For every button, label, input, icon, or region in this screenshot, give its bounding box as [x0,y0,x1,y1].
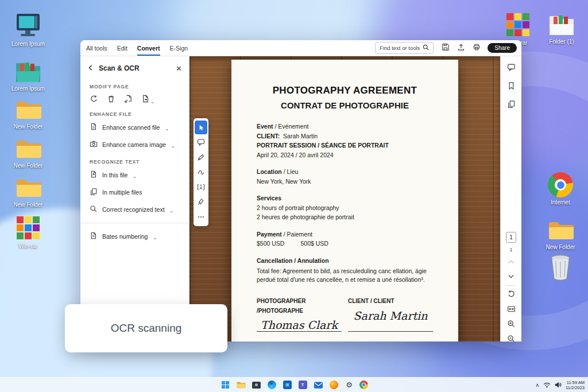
desktop-icon-recycle-bin[interactable] [542,254,579,281]
acrobat-window: All tools Edit Convert E-Sign Find text … [80,40,521,341]
modify-page-tools: ⌄ [80,91,189,106]
start-button[interactable] [220,380,230,390]
doc-line-session: PORTRAIT SESSION / SÉANCE DE PORTRAIT [257,141,433,150]
close-icon[interactable]: ✕ [176,64,182,73]
desktop-icon-label: New Folder [13,201,42,208]
taskbar-teams[interactable]: T [297,380,308,390]
section-heading-modify: MODIFY PAGE [80,78,189,91]
edge-icon [268,381,276,389]
page-number-input[interactable]: 1 [506,232,516,243]
doc-line-payment-value: $500 USD500$ USD [257,239,433,249]
desktop-icon-lorem-ipsum-folder[interactable]: Lorem Ipsum [10,59,47,92]
bates-numbering-icon [90,232,98,241]
desktop-icon-new-folder-right[interactable]: New Folder [542,218,579,251]
doc-line-client: CLIENT: Sarah Martin [257,131,433,141]
save-icon[interactable] [442,43,450,53]
computer-icon [14,13,42,39]
taskbar-center-icons: ⊞ T ⚙ [220,380,368,390]
taskbar-clock[interactable]: 11:59 AM 11/2/2023 [566,380,585,390]
insert-page-icon[interactable] [124,95,133,103]
taskbar-chrome[interactable] [359,381,368,389]
doc-text: $500 USD [257,240,284,247]
taskbar-file-explorer[interactable] [235,380,246,390]
dropdown-caret-icon: ⌄ [170,208,174,214]
next-page-icon[interactable] [508,271,514,281]
dropdown-caret-icon: ⌄ [165,126,169,131]
rail-divider [506,285,516,286]
dropdown-caret-icon: ⌄ [153,235,157,240]
extract-page-icon[interactable]: ⌄ [141,95,154,103]
section-heading-enhance: ENHANCE FILE [80,106,189,119]
draw-tool-button[interactable] [195,165,207,179]
desktop-icon-new-folder-1[interactable]: New Folder [10,98,47,130]
pages-panel-icon[interactable] [507,100,516,111]
document-viewport[interactable]: PHOTOGRAPHY AGREEMENT CONTRAT DE PHOTOGR… [189,56,500,341]
rotate-view-icon[interactable] [507,290,516,301]
back-icon[interactable] [87,63,94,73]
folder-icon [14,137,42,161]
taskbar: ⊞ T ⚙ ∧ 11:59 AM 11/2/2023 [0,377,588,392]
recognize-text-tool-button[interactable]: A [195,180,207,194]
volume-icon[interactable] [555,380,562,390]
folder-icon [547,218,574,242]
zoom-in-icon[interactable] [507,320,516,331]
doc-body: Event / Evénement CLIENT: Sarah Martin P… [231,110,458,332]
wifi-icon[interactable] [543,380,551,390]
quick-tools-toolbar: A [194,118,208,226]
select-tool-button[interactable] [195,121,207,134]
bates-numbering-item[interactable]: Bates numbering ⌄ [80,228,189,245]
magnifier-icon [90,205,98,214]
tab-esign[interactable]: E-Sign [170,40,188,56]
folder-icon [14,98,42,122]
enhance-scanned-file-item[interactable]: Enhance scanned file ⌄ [80,119,189,136]
print-icon[interactable] [473,43,481,53]
taskbar-edge[interactable] [266,380,277,390]
taskbar-store[interactable]: ⊞ [282,380,292,390]
taskbar-settings[interactable]: ⚙ [344,380,354,390]
upload-cloud-icon[interactable] [457,43,465,53]
doc-text: Location [257,168,282,175]
sign-tool-button[interactable] [195,195,207,209]
doc-line-event: Event / Evénement [257,122,433,131]
tab-all-tools[interactable]: All tools [86,40,107,56]
signature-row: PHOTOGRAPHER /PHOTOGRAPHE Thomas Clark C… [257,297,433,332]
highlighter-tool-button[interactable] [195,150,207,164]
more-tools-button[interactable] [195,210,207,224]
enhance-camera-image-item[interactable]: Enhance camera image ⌄ [80,136,189,153]
correct-recognized-text-item[interactable]: Correct recognized text ⌄ [80,201,189,218]
tool-item-label: In this file [102,172,127,178]
find-tools-search[interactable]: Find text or tools [375,42,434,54]
tab-convert[interactable]: Convert [137,40,160,56]
multiple-files-icon [90,188,98,197]
comment-tool-button[interactable] [195,135,207,149]
desktop-icon-winrar[interactable]: Win-rar [10,215,47,250]
desktop-icon-folder-1[interactable]: Folder (1) [543,11,580,45]
windows-logo-icon [222,381,229,389]
search-label: Find text or tools [380,45,420,51]
taskbar-firefox[interactable] [328,380,339,390]
recognize-multiple-files-item[interactable]: In multiple files [80,184,189,201]
client-signature-block: CLIENT / CLIENT Sarah Martin [348,297,433,332]
tool-item-label: In multiple files [102,189,142,196]
tab-edit[interactable]: Edit [117,40,127,56]
bookmarks-panel-icon[interactable] [507,81,516,92]
recognize-in-this-file-item[interactable]: In this file ⌄ [80,166,189,184]
fit-width-icon[interactable] [507,305,516,316]
desktop-icon-new-folder-2[interactable]: New Folder [10,137,47,169]
clock-time: 11:59 AM [566,380,585,385]
rotate-page-icon[interactable] [90,95,98,103]
taskbar-mail[interactable] [313,380,323,390]
desktop-icon-lorem-ipsum-pc[interactable]: Lorem Ipsum [10,13,47,48]
taskbar-camera[interactable] [251,380,261,390]
tray-chevron-icon[interactable]: ∧ [536,382,540,388]
desktop-icon-label: Win-rar [19,243,38,250]
share-button[interactable]: Share [488,43,517,53]
folder-icon [236,381,246,389]
previous-page-icon[interactable] [508,257,514,267]
desktop-icon-label: Folder (1) [549,38,574,45]
desktop-icon-new-folder-3[interactable]: New Folder [10,176,47,208]
desktop-icon-internet[interactable]: Internet [542,172,579,206]
comments-panel-icon[interactable] [507,63,516,74]
delete-page-icon[interactable] [107,95,115,103]
zoom-out-icon[interactable] [507,335,516,341]
